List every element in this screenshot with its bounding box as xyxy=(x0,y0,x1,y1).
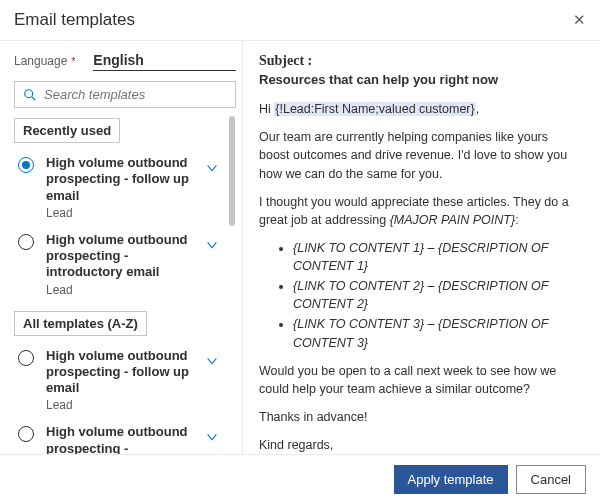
dialog-title: Email templates xyxy=(14,10,135,30)
merge-field: {!Lead:First Name;valued customer} xyxy=(274,102,475,116)
scrollbar[interactable] xyxy=(228,116,236,454)
template-subtype: Lead xyxy=(46,206,198,220)
section-recent[interactable]: Recently used xyxy=(14,118,120,143)
search-input-wrap[interactable] xyxy=(14,81,236,108)
chevron-down-icon[interactable] xyxy=(202,161,222,175)
preview-pane: Subject : Resources that can help you ri… xyxy=(242,41,600,454)
chevron-down-icon[interactable] xyxy=(202,430,222,444)
signoff: Kind regards, xyxy=(259,436,582,454)
template-name: High volume outbound prospecting - follo… xyxy=(46,155,198,204)
template-item-all-0[interactable]: High volume outbound prospecting - follo… xyxy=(14,342,222,419)
radio-icon[interactable] xyxy=(18,350,34,366)
content-link: {LINK TO CONTENT 1} – {DESCRIPTION OF CO… xyxy=(293,239,582,275)
chevron-down-icon[interactable] xyxy=(202,354,222,368)
greeting-line: Hi {!Lead:First Name;valued customer}, xyxy=(259,100,582,118)
radio-icon[interactable] xyxy=(18,157,34,173)
apply-template-button[interactable]: Apply template xyxy=(394,465,508,494)
svg-line-1 xyxy=(32,96,36,100)
search-icon xyxy=(23,88,37,102)
content-link-list: {LINK TO CONTENT 1} – {DESCRIPTION OF CO… xyxy=(293,239,582,352)
template-item-recent-0[interactable]: High volume outbound prospecting - follo… xyxy=(14,149,222,226)
template-item-all-1[interactable]: High volume outbound prospecting - intro… xyxy=(14,418,222,454)
language-value: English xyxy=(93,53,144,67)
chevron-down-icon[interactable] xyxy=(202,238,222,252)
content-link: {LINK TO CONTENT 3} – {DESCRIPTION OF CO… xyxy=(293,315,582,351)
template-name: High volume outbound prospecting - intro… xyxy=(46,424,198,454)
radio-icon[interactable] xyxy=(18,426,34,442)
search-input[interactable] xyxy=(44,87,227,102)
template-item-recent-1[interactable]: High volume outbound prospecting - intro… xyxy=(14,226,222,303)
language-select[interactable]: English xyxy=(93,51,236,71)
cancel-button[interactable]: Cancel xyxy=(516,465,586,494)
scrollbar-thumb[interactable] xyxy=(229,116,235,226)
template-subtype: Lead xyxy=(46,398,198,412)
radio-icon[interactable] xyxy=(18,234,34,250)
section-all[interactable]: All templates (A-Z) xyxy=(14,311,147,336)
body-p2: I thought you would appreciate these art… xyxy=(259,193,582,229)
content-link: {LINK TO CONTENT 2} – {DESCRIPTION OF CO… xyxy=(293,277,582,313)
body-p3: Would you be open to a call next week to… xyxy=(259,362,582,398)
close-icon[interactable]: ✕ xyxy=(573,11,586,29)
svg-point-0 xyxy=(25,89,33,97)
template-name: High volume outbound prospecting - intro… xyxy=(46,232,198,281)
body-p1: Our team are currently helping companies… xyxy=(259,128,582,182)
subject-label: Subject : xyxy=(259,51,582,71)
template-name: High volume outbound prospecting - follo… xyxy=(46,348,198,397)
template-subtype: Lead xyxy=(46,283,198,297)
body-thanks: Thanks in advance! xyxy=(259,408,582,426)
language-label: Language* xyxy=(14,54,75,68)
subject-text: Resources that can help you right now xyxy=(259,71,582,90)
